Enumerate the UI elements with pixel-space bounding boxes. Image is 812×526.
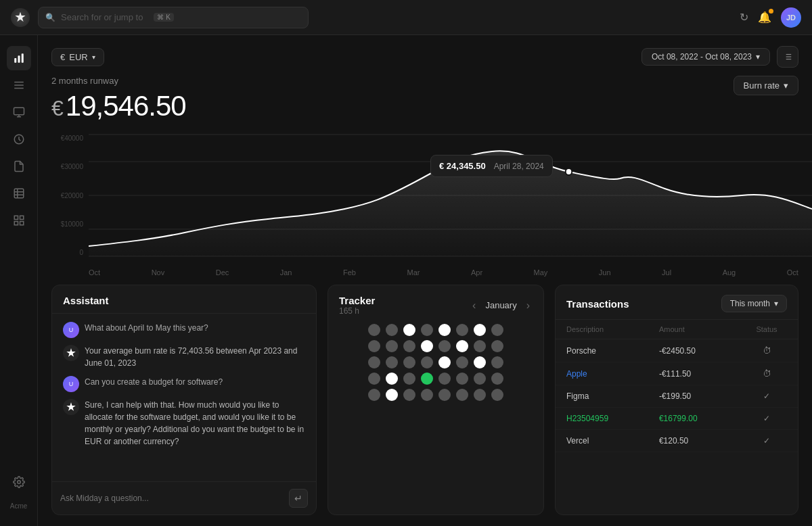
chat-input[interactable] — [60, 494, 284, 503]
tracker-dot — [491, 373, 503, 385]
tracker-row-3 — [336, 356, 535, 368]
tracker-row-1 — [336, 324, 535, 336]
sidebar-item-grid[interactable] — [7, 208, 31, 233]
tracker-dot — [474, 389, 486, 401]
transactions-panel: Transactions This month ▾ Description Am… — [555, 285, 798, 515]
tracker-dot — [438, 356, 451, 368]
check-icon: ✓ — [763, 391, 770, 401]
svg-rect-15 — [20, 216, 23, 219]
tracker-title-block: Tracker 165 h — [339, 295, 375, 316]
refresh-icon[interactable]: ↻ — [740, 11, 748, 24]
this-month-label: This month — [730, 299, 770, 308]
tx-status-figma: ✓ — [736, 385, 798, 408]
tracker-dot — [403, 389, 415, 401]
main-content: € EUR ▾ Oct 08, 2022 - Oct 08, 2023 ▾ — [38, 35, 812, 526]
tx-amount-figma: -€199.50 — [648, 385, 736, 408]
tx-desc-porsche: Porsche — [556, 339, 648, 362]
svg-rect-1 — [18, 55, 20, 63]
filter-button[interactable] — [777, 46, 798, 68]
user-avatar-2: U — [63, 376, 79, 392]
tracker-dot — [474, 373, 486, 385]
tx-desc-apple[interactable]: Apple — [556, 362, 648, 385]
tracker-dot — [368, 340, 380, 352]
sidebar-item-settings[interactable] — [7, 470, 31, 494]
tx-amount-apple: -€111.50 — [648, 362, 736, 385]
currency-code: EUR — [69, 52, 87, 62]
chart-controls: € EUR ▾ Oct 08, 2022 - Oct 08, 2023 ▾ — [51, 46, 798, 68]
tracker-dot — [456, 389, 468, 401]
search-bar[interactable]: 🔍 Search for or jump to ⌘ K — [38, 7, 309, 28]
svg-rect-14 — [14, 216, 18, 219]
chat-input-area: ↵ — [52, 481, 316, 515]
message-2: Your average burn rate is 72,403.56 betw… — [63, 345, 305, 369]
x-label-mar: Mar — [407, 268, 420, 277]
tracker-dot — [491, 356, 503, 368]
check-icon: ✓ — [763, 436, 770, 446]
burn-rate-button[interactable]: Burn rate ▾ — [734, 76, 798, 95]
tracker-dot — [421, 340, 433, 352]
this-month-button[interactable]: This month ▾ — [721, 295, 787, 312]
x-label-jan: Jan — [280, 268, 292, 277]
tracker-next-button[interactable]: › — [524, 298, 533, 313]
tx-desc-vercel: Vercel — [556, 430, 648, 452]
clock-icon: ⏱ — [763, 345, 771, 356]
check-icon: ✓ — [763, 414, 770, 423]
tracker-dot — [421, 389, 433, 401]
date-range-button[interactable]: Oct 08, 2022 - Oct 08, 2023 ▾ — [641, 48, 770, 66]
x-label-may: May — [534, 268, 548, 277]
svg-point-30 — [566, 168, 572, 175]
tracker-dot — [438, 340, 451, 352]
chart-summary: 2 months runway €19,546.50 — [51, 76, 186, 122]
tracker-dot — [403, 324, 415, 336]
tx-desc-figma: Figma — [556, 385, 648, 408]
chart-header: 2 months runway €19,546.50 Burn rate ▾ — [51, 76, 798, 122]
chevron-down-icon: ▾ — [92, 53, 95, 61]
tx-status-apple: ⏱ — [736, 362, 798, 385]
runway-label: 2 months runway — [51, 76, 186, 86]
tracker-dot — [368, 389, 380, 401]
table-row: Apple -€111.50 ⏱ — [556, 362, 798, 385]
tracker-dot — [474, 340, 486, 352]
logo[interactable] — [11, 8, 30, 27]
sidebar: Acme — [0, 35, 38, 526]
chevron-down-icon: ▾ — [774, 299, 778, 308]
tracker-row-2 — [336, 340, 535, 352]
tracker-row-5 — [336, 389, 535, 401]
send-button[interactable]: ↵ — [289, 489, 308, 508]
sidebar-item-doc[interactable] — [7, 154, 31, 178]
sidebar-item-monitor[interactable] — [7, 100, 31, 124]
tracker-dot — [368, 356, 380, 368]
message-4: Sure, I can help with that. How much wou… — [63, 399, 305, 448]
tracker-dot — [421, 324, 433, 336]
sidebar-item-table[interactable] — [7, 181, 31, 206]
tx-amount-h23: €16799.00 — [648, 408, 736, 430]
tx-status-h23: ✓ — [736, 408, 798, 430]
tracker-dot — [386, 356, 398, 368]
tracker-dot — [438, 324, 451, 336]
x-label-oct: Oct — [89, 268, 100, 277]
sidebar-user-label: Acme — [7, 497, 30, 515]
x-label-jun: Jun — [599, 268, 611, 277]
avatar[interactable]: JD — [781, 7, 801, 28]
search-kbd: ⌘ K — [154, 13, 173, 22]
table-row: H23504959 €16799.00 ✓ — [556, 408, 798, 430]
tracker-dot — [456, 340, 468, 352]
svg-rect-16 — [14, 222, 18, 225]
sidebar-item-list[interactable] — [7, 73, 31, 97]
tx-desc-h23[interactable]: H23504959 — [556, 408, 648, 430]
sidebar-item-clock[interactable] — [7, 127, 31, 151]
tracker-dot — [386, 324, 398, 336]
date-range: Oct 08, 2022 - Oct 08, 2023 ▾ — [641, 46, 798, 68]
tracker-dot — [421, 356, 433, 368]
col-description: Description — [556, 320, 648, 339]
x-label-jul: Jul — [662, 268, 671, 277]
message-3: U Can you create a budget for software? — [63, 376, 305, 392]
tracker-dot — [491, 324, 503, 336]
col-status: Status — [736, 320, 798, 339]
sidebar-item-chart[interactable] — [7, 46, 31, 70]
bell-icon[interactable]: 🔔 — [758, 11, 771, 24]
tracker-dot — [491, 389, 503, 401]
currency-selector[interactable]: € EUR ▾ — [51, 48, 104, 66]
tracker-prev-button[interactable]: ‹ — [470, 298, 478, 313]
topbar-right: ↻ 🔔 JD — [740, 7, 801, 28]
